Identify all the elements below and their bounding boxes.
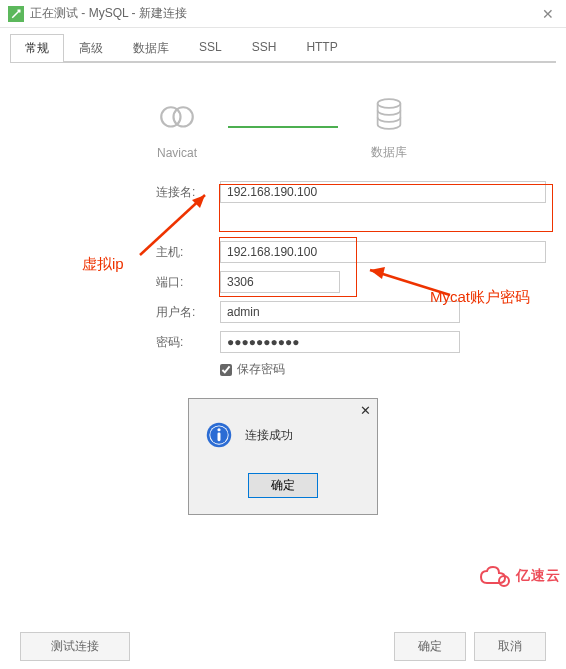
msgbox-close-icon[interactable]: ✕ <box>360 403 371 418</box>
host-label: 主机: <box>150 244 220 261</box>
window-title: 正在测试 - MySQL - 新建连接 <box>30 5 538 22</box>
svg-rect-7 <box>218 432 221 441</box>
pass-input[interactable]: ●●●●●●●●●● <box>220 331 460 353</box>
window-close-icon[interactable]: ✕ <box>538 6 558 22</box>
message-box: ✕ 连接成功 确定 <box>188 398 378 515</box>
ok-button[interactable]: 确定 <box>394 632 466 661</box>
tab-database[interactable]: 数据库 <box>118 34 184 62</box>
save-pass-checkbox[interactable] <box>220 364 232 376</box>
save-pass-label: 保存密码 <box>237 361 285 378</box>
user-input[interactable]: admin <box>220 301 460 323</box>
svg-point-2 <box>378 99 401 108</box>
info-icon <box>205 421 233 449</box>
virtual-ip-annotation: 虚拟ip <box>82 255 124 274</box>
msgbox-ok-button[interactable]: 确定 <box>248 473 318 498</box>
conn-name-label: 连接名: <box>150 184 220 201</box>
port-input[interactable]: 3306 <box>220 271 340 293</box>
test-connection-button[interactable]: 测试连接 <box>20 632 130 661</box>
tab-ssl[interactable]: SSL <box>184 34 237 62</box>
svg-point-6 <box>217 428 220 431</box>
database-label: 数据库 <box>371 144 407 161</box>
tab-ssh[interactable]: SSH <box>237 34 292 62</box>
user-label: 用户名: <box>150 304 220 321</box>
tab-advanced[interactable]: 高级 <box>64 34 118 62</box>
host-input[interactable]: 192.168.190.100 <box>220 241 546 263</box>
port-label: 端口: <box>150 274 220 291</box>
app-icon <box>8 6 24 22</box>
tab-general[interactable]: 常规 <box>10 34 64 62</box>
database-icon <box>368 93 410 138</box>
connection-diagram: Navicat 数据库 <box>20 93 546 161</box>
watermark: 亿速云 <box>477 565 561 589</box>
tab-http[interactable]: HTTP <box>291 34 352 62</box>
tabs-bar: 常规 高级 数据库 SSL SSH HTTP <box>0 28 566 62</box>
mycat-annotation: Mycat账户密码 <box>430 288 530 307</box>
msgbox-text: 连接成功 <box>245 427 293 444</box>
connection-line <box>228 126 338 128</box>
navicat-label: Navicat <box>157 146 197 160</box>
conn-name-input[interactable]: 192.168.190.100 <box>220 181 546 203</box>
svg-point-1 <box>174 107 193 126</box>
cancel-button[interactable]: 取消 <box>474 632 546 661</box>
pass-label: 密码: <box>150 334 220 351</box>
navicat-icon <box>156 95 198 140</box>
